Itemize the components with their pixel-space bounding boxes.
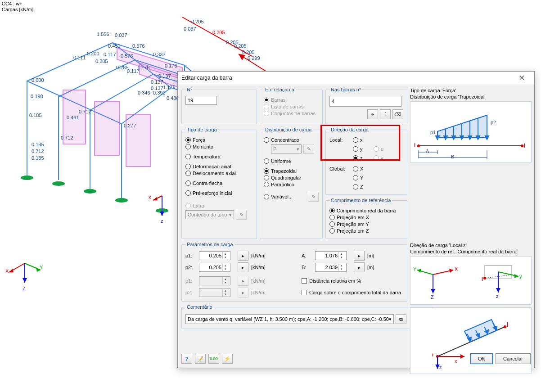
full-length-checkbox[interactable]: Carga sobre o comprimento total da barra (302, 290, 403, 295)
svg-marker-36 (468, 136, 472, 140)
svg-marker-38 (476, 136, 480, 140)
relacao-group: Em relação a Barras Lista de barras Conj… (260, 87, 323, 124)
comentario-combo[interactable]: Da carga de vento q: variável (WZ 1, h: … (185, 314, 394, 324)
direcao-global-label: Global: (329, 166, 350, 171)
preview-direction-diagram: X Y Z i y z (410, 256, 532, 305)
extra-combo: Conteúdo do tubo▾ (185, 210, 234, 219)
p1b-label: p1: (185, 278, 196, 284)
pick-multi-button[interactable]: ⋮ (380, 109, 391, 119)
help-button[interactable]: ? (181, 354, 192, 364)
compref-projx[interactable]: Projeção em X (329, 215, 403, 220)
svg-point-61 (483, 277, 486, 279)
comentario-label: Comentário (185, 304, 214, 310)
clear-selection-button[interactable]: ⌫ (392, 109, 403, 119)
tipo-carga-group: Tipo de carga Força Momento Temperatura … (181, 127, 257, 239)
tipo-opt-forca[interactable]: Força (185, 137, 253, 143)
preview-top-l2: Distribuição de carga 'Trapezoidal' (410, 94, 532, 101)
compref-projz[interactable]: Projeção em Z (329, 228, 403, 234)
svg-point-8 (115, 198, 128, 203)
B-calc-button[interactable]: ▸ (354, 262, 365, 272)
spin-down-icon[interactable]: ▾ (223, 256, 228, 259)
svg-point-64 (504, 325, 506, 328)
A-input[interactable]: 1.076▴▾ (315, 251, 347, 260)
tipo-opt-deformacao[interactable]: Deformação axial (185, 164, 253, 169)
relacao-opt-barras: Barras (264, 97, 319, 103)
concentrado-edit-button: ✎ (303, 144, 314, 154)
dist-opt-concentrado[interactable]: Concentrado: (264, 137, 319, 143)
axis-y-label: Y (40, 265, 43, 270)
dir-global-y[interactable]: Y (353, 175, 371, 180)
svg-marker-23 (160, 212, 164, 216)
dist-opt-trapezoidal[interactable]: Trapezoidal (264, 168, 319, 174)
p1-input[interactable]: 0.205▴▾ (199, 251, 230, 260)
comentario-copy-button[interactable]: ⧉ (396, 314, 406, 324)
spin-down-icon[interactable]: ▾ (339, 256, 344, 259)
nas-barras-input[interactable] (329, 96, 401, 107)
spin-down-icon[interactable]: ▾ (223, 267, 228, 271)
dialog-titlebar[interactable]: Editar carga da barra (178, 72, 534, 84)
svg-marker-58 (514, 274, 518, 278)
dist-opt-variavel[interactable]: Variável... (264, 194, 293, 199)
dist-opt-uniforme[interactable]: Uniforme (264, 158, 319, 164)
svg-marker-21 (153, 197, 158, 200)
svg-line-56 (485, 275, 513, 278)
dir-global-x[interactable]: X (353, 166, 371, 171)
p2b-calc-button: ▸ (238, 288, 248, 297)
spin-up-icon[interactable]: ▴ (223, 252, 228, 256)
p1-label: p1: (185, 253, 196, 258)
highlight-direcao-local (320, 125, 400, 161)
svg-rect-1 (95, 101, 119, 155)
compref-projy[interactable]: Projeção em Y (329, 221, 403, 227)
svg-marker-32 (452, 136, 455, 140)
variavel-edit-button: ✎ (308, 192, 319, 202)
edit-note-button[interactable]: 📝 (195, 354, 206, 364)
p2b-label: p2: (185, 290, 196, 295)
p2-calc-button[interactable]: ▸ (238, 262, 248, 272)
axis-x-label: X (5, 268, 9, 274)
B-unit: [m] (367, 265, 385, 270)
compref-real[interactable]: Comprimento real da barra (329, 208, 403, 213)
p2-unit: [kN/m] (251, 265, 278, 270)
A-calc-button[interactable]: ▸ (354, 251, 365, 261)
tipo-opt-temperatura[interactable]: Temperatura (185, 154, 253, 159)
comp-ref-group: Comprimento de referência Comprimento re… (325, 198, 407, 239)
params-label: Parâmetros de carga (185, 242, 234, 247)
pick-beam-button[interactable]: ⌖ (367, 109, 378, 119)
B-input[interactable]: 2.039▴▾ (315, 263, 347, 272)
tipo-opt-preesforco[interactable]: Pré-esforço inicial (185, 190, 253, 196)
spin-up-icon[interactable]: ▴ (339, 252, 344, 256)
preview-top-l1: Tipo de carga 'Força' (410, 87, 532, 94)
svg-marker-50 (449, 269, 453, 273)
chevron-right-icon: ▸ (242, 253, 244, 259)
close-button[interactable] (513, 72, 531, 84)
ok-button[interactable]: OK (470, 353, 493, 364)
svg-point-5 (21, 176, 33, 180)
p2-label: p2: (185, 265, 196, 270)
bolt-button[interactable]: ⚡ (222, 354, 233, 364)
spin-up-icon[interactable]: ▴ (223, 264, 228, 267)
tipo-opt-contraflecha[interactable]: Contra-flecha (185, 180, 253, 186)
axis-local-z-label: z (161, 218, 163, 224)
numeric-button[interactable]: 0.00 (208, 354, 219, 364)
spin-up-icon[interactable]: ▴ (339, 264, 344, 267)
tipo-opt-momento[interactable]: Momento (185, 144, 253, 149)
numero-input[interactable] (185, 96, 217, 105)
svg-point-7 (84, 189, 96, 194)
tipo-opt-deslocamento[interactable]: Deslocamento axial (185, 171, 253, 176)
params-group: Parâmetros de carga p1: 0.205▴▾ ▸ [kN/m]… (181, 242, 407, 302)
relacao-opt-conjuntos: Conjuntos de barras (264, 111, 319, 116)
svg-point-43 (521, 144, 523, 147)
spin-down-icon[interactable]: ▾ (339, 267, 344, 271)
p1-unit: [kN/m] (251, 253, 278, 258)
svg-marker-54 (431, 289, 435, 293)
dir-global-z[interactable]: Z (353, 184, 371, 189)
cancel-button[interactable]: Cancelar (496, 353, 531, 364)
p2-input[interactable]: 0.205▴▾ (199, 263, 230, 272)
p1-calc-button[interactable]: ▸ (238, 251, 248, 261)
relacao-opt-lista: Lista de barras (264, 104, 319, 109)
svg-point-42 (417, 144, 420, 147)
svg-marker-60 (496, 288, 500, 293)
dist-opt-parabolico[interactable]: Parabólico (264, 182, 319, 187)
dist-opt-quadrangular[interactable]: Quadrangular (264, 175, 319, 180)
relative-distance-checkbox[interactable]: Distância relativa em % (302, 278, 403, 284)
